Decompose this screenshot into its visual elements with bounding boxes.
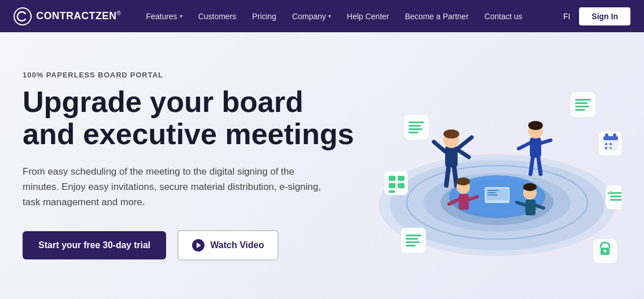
chevron-down-icon: ▾ — [328, 13, 331, 19]
logo-icon — [14, 7, 32, 25]
svg-rect-47 — [575, 109, 585, 111]
svg-rect-25 — [459, 194, 469, 210]
svg-line-22 — [538, 158, 541, 174]
svg-rect-60 — [406, 241, 420, 243]
svg-rect-58 — [406, 235, 421, 236]
svg-rect-37 — [488, 194, 498, 196]
svg-line-11 — [434, 142, 445, 151]
svg-point-52 — [613, 133, 616, 137]
chevron-down-icon: ▾ — [180, 13, 182, 19]
svg-rect-68 — [389, 183, 395, 188]
nav-item-help[interactable]: Help Center — [340, 7, 396, 25]
svg-rect-74 — [610, 199, 621, 201]
hero-title: Upgrade your board and executive meeting… — [23, 86, 362, 150]
svg-rect-16 — [530, 137, 541, 158]
svg-point-18 — [528, 121, 543, 130]
svg-point-56 — [610, 147, 612, 149]
svg-point-55 — [605, 147, 607, 149]
language-selector[interactable]: FI — [563, 12, 570, 21]
nav-right: FI Sign In — [563, 7, 630, 25]
nav-item-features[interactable]: Features ▾ — [139, 7, 189, 25]
svg-rect-30 — [525, 200, 536, 215]
svg-rect-59 — [406, 238, 418, 240]
svg-point-10 — [443, 129, 459, 138]
svg-rect-39 — [408, 122, 424, 123]
svg-rect-69 — [398, 183, 404, 188]
hero-badge: 100% PAPERLESS BOARD PORTAL — [23, 71, 362, 79]
svg-rect-40 — [408, 125, 421, 127]
svg-point-51 — [605, 133, 608, 137]
trial-button[interactable]: Start your free 30-day trial — [23, 231, 166, 259]
nav-item-customers[interactable]: Customers — [192, 7, 243, 25]
svg-point-64 — [604, 250, 607, 253]
svg-rect-61 — [406, 245, 416, 246]
svg-rect-43 — [571, 92, 595, 117]
logo-text: CONTRACTCONTRACTZENZEN® — [36, 10, 121, 22]
sign-in-button[interactable]: Sign In — [579, 7, 630, 25]
svg-rect-65 — [384, 171, 408, 195]
svg-line-21 — [530, 158, 533, 174]
play-icon — [192, 239, 204, 252]
svg-line-20 — [541, 140, 551, 143]
svg-point-24 — [456, 177, 470, 185]
svg-line-12 — [458, 150, 469, 157]
watch-video-button[interactable]: Watch Video — [177, 230, 279, 261]
hero-section: 100% PAPERLESS BOARD PORTAL Upgrade your… — [0, 32, 644, 299]
svg-rect-44 — [575, 99, 591, 101]
svg-point-0 — [14, 8, 31, 25]
svg-rect-35 — [488, 190, 499, 191]
svg-point-53 — [605, 143, 607, 145]
svg-rect-38 — [404, 115, 429, 140]
svg-rect-50 — [603, 136, 618, 140]
nav-links: Features ▾ Customers Pricing Company ▾ H… — [139, 7, 563, 25]
svg-line-19 — [519, 143, 530, 149]
svg-rect-73 — [610, 196, 621, 197]
svg-rect-36 — [488, 192, 496, 193]
svg-rect-70 — [389, 190, 395, 193]
hero-actions: Start your free 30-day trial Watch Video — [23, 230, 362, 261]
svg-rect-66 — [389, 176, 395, 181]
svg-line-15 — [454, 167, 456, 185]
svg-rect-67 — [398, 176, 404, 181]
hero-content: 100% PAPERLESS BOARD PORTAL Upgrade your… — [23, 71, 362, 261]
nav-item-pricing[interactable]: Pricing — [245, 7, 283, 25]
svg-rect-42 — [408, 132, 419, 133]
svg-line-14 — [446, 167, 449, 185]
svg-rect-41 — [408, 128, 423, 130]
logo[interactable]: CONTRACTCONTRACTZENZEN® — [14, 7, 121, 25]
svg-rect-72 — [610, 192, 621, 194]
nav-item-company[interactable]: Company ▾ — [285, 7, 338, 25]
hero-description: From easy scheduling of the meeting to t… — [23, 164, 322, 210]
nav-item-contact[interactable]: Contact us — [478, 7, 529, 25]
main-nav: CONTRACTCONTRACTZENZEN® Features ▾ Custo… — [0, 0, 644, 32]
svg-rect-46 — [575, 106, 589, 107]
svg-point-29 — [523, 183, 537, 191]
svg-rect-45 — [575, 102, 588, 104]
hero-illustration — [350, 58, 621, 273]
svg-line-13 — [458, 137, 472, 149]
svg-point-54 — [610, 143, 612, 145]
svg-rect-57 — [401, 228, 426, 253]
nav-item-partner[interactable]: Become a Partner — [398, 7, 476, 25]
